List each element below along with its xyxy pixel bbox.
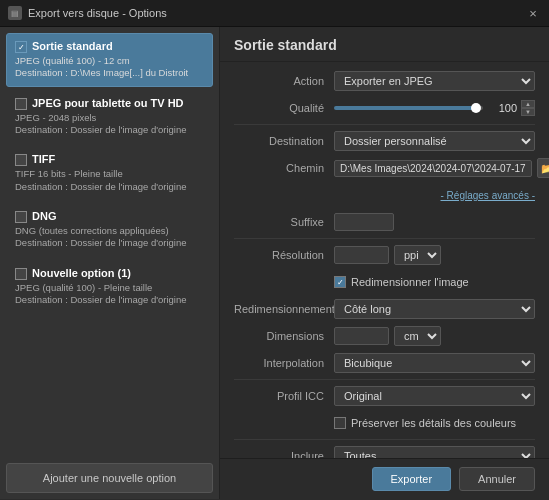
- right-panel-title: Sortie standard: [220, 27, 549, 62]
- option-item-sortie-standard[interactable]: Sortie standardJPEG (qualité 100) - 12 c…: [6, 33, 213, 87]
- qualite-control: 100 ▲ ▼: [334, 100, 535, 116]
- resolution-label: Résolution: [234, 249, 334, 261]
- option-checkbox-jpeg-tablette[interactable]: [15, 98, 27, 110]
- close-button[interactable]: ×: [525, 5, 541, 21]
- chemin-browse-button[interactable]: 📂: [537, 158, 549, 178]
- resize-checkbox-row: Redimensionner l'image: [234, 271, 535, 293]
- option-checkbox-nouvelle-option[interactable]: [15, 268, 27, 280]
- inclure-row: Inclure Toutes: [234, 445, 535, 458]
- action-select[interactable]: Exporter en JPEG: [334, 71, 535, 91]
- dimensions-input[interactable]: 12: [334, 327, 389, 345]
- profil-icc-select[interactable]: Original: [334, 386, 535, 406]
- quality-down[interactable]: ▼: [521, 108, 535, 116]
- option-checkbox-dng[interactable]: [15, 211, 27, 223]
- suffixe-label: Suffixe: [234, 216, 334, 228]
- suffixe-row: Suffixe _DxO: [234, 211, 535, 233]
- suffixe-input[interactable]: _DxO: [334, 213, 394, 231]
- redim-control: Côté long: [334, 299, 535, 319]
- inclure-label: Inclure: [234, 450, 334, 458]
- option-title-tiff: TIFF: [32, 153, 55, 165]
- resize-label: Redimensionner l'image: [351, 276, 469, 288]
- destination-row: Destination Dossier personnalisé: [234, 130, 535, 152]
- profil-icc-label: Profil ICC: [234, 390, 334, 402]
- resize-checkbox-control: Redimensionner l'image: [334, 276, 535, 288]
- chemin-control: D:\Mes Images\2024\2024-07\2024-07-17 📂: [334, 158, 549, 178]
- option-title-sortie-standard: Sortie standard: [32, 40, 113, 52]
- preserve-colors-label: Préserver les détails des couleurs: [351, 417, 516, 429]
- chemin-label: Chemin: [234, 162, 334, 174]
- export-button[interactable]: Exporter: [372, 467, 452, 491]
- resolution-row: Résolution 300 ppi: [234, 244, 535, 266]
- qualite-row: Qualité 100 ▲ ▼: [234, 97, 535, 119]
- form-body: Action Exporter en JPEG Qualité 100 ▲: [220, 62, 549, 458]
- redim-select[interactable]: Côté long: [334, 299, 535, 319]
- preserve-colors-checkbox[interactable]: [334, 417, 346, 429]
- option-item-tiff[interactable]: TIFFTIFF 16 bits - Pleine tailleDestinat…: [6, 146, 213, 200]
- chemin-row: Chemin D:\Mes Images\2024\2024-07\2024-0…: [234, 157, 535, 179]
- option-item-dng[interactable]: DNGDNG (toutes corrections appliquées)De…: [6, 203, 213, 257]
- preserve-colors-row: Préserver les détails des couleurs: [234, 412, 535, 434]
- cancel-button[interactable]: Annuler: [459, 467, 535, 491]
- action-label: Action: [234, 75, 334, 87]
- advanced-link[interactable]: - Réglages avancés -: [334, 190, 535, 201]
- quality-value: 100: [489, 102, 517, 114]
- option-title-dng: DNG: [32, 210, 56, 222]
- option-item-jpeg-tablette[interactable]: JPEG pour tablette ou TV HDJPEG - 2048 p…: [6, 90, 213, 144]
- interpolation-label: Interpolation: [234, 357, 334, 369]
- interpolation-row: Interpolation Bicubique: [234, 352, 535, 374]
- preserve-colors-control: Préserver les détails des couleurs: [334, 417, 535, 429]
- resolution-unit-select[interactable]: ppi: [394, 245, 441, 265]
- quality-slider[interactable]: [334, 106, 483, 110]
- main-layout: Sortie standardJPEG (qualité 100) - 12 c…: [0, 27, 549, 499]
- right-panel: Sortie standard Action Exporter en JPEG …: [220, 27, 549, 499]
- option-title-nouvelle-option: Nouvelle option (1): [32, 267, 131, 279]
- interpolation-control: Bicubique: [334, 353, 535, 373]
- title-bar: ▤ Export vers disque - Options ×: [0, 0, 549, 27]
- left-panel: Sortie standardJPEG (qualité 100) - 12 c…: [0, 27, 220, 499]
- profil-icc-row: Profil ICC Original: [234, 385, 535, 407]
- resolution-input[interactable]: 300: [334, 246, 389, 264]
- dimensions-control: 12 cm: [334, 326, 535, 346]
- resolution-control: 300 ppi: [334, 245, 535, 265]
- dimensions-unit-select[interactable]: cm: [394, 326, 441, 346]
- advanced-row: - Réglages avancés -: [234, 184, 535, 206]
- dimensions-label: Dimensions: [234, 330, 334, 342]
- resize-checkbox[interactable]: [334, 276, 346, 288]
- suffixe-control: _DxO: [334, 213, 535, 231]
- chemin-input[interactable]: D:\Mes Images\2024\2024-07\2024-07-17: [334, 160, 532, 177]
- destination-label: Destination: [234, 135, 334, 147]
- qualite-label: Qualité: [234, 102, 334, 114]
- window-title: Export vers disque - Options: [28, 7, 167, 19]
- footer: Exporter Annuler: [220, 458, 549, 499]
- dimensions-row: Dimensions 12 cm: [234, 325, 535, 347]
- quality-slider-thumb[interactable]: [471, 103, 481, 113]
- destination-control: Dossier personnalisé: [334, 131, 535, 151]
- action-control: Exporter en JPEG: [334, 71, 535, 91]
- options-list: Sortie standardJPEG (qualité 100) - 12 c…: [6, 33, 213, 316]
- profil-icc-control: Original: [334, 386, 535, 406]
- quality-spinner[interactable]: ▲ ▼: [521, 100, 535, 116]
- inclure-control: Toutes: [334, 446, 535, 458]
- redim-label: Redimensionnement: [234, 303, 334, 315]
- option-checkbox-tiff[interactable]: [15, 154, 27, 166]
- quality-up[interactable]: ▲: [521, 100, 535, 108]
- interpolation-select[interactable]: Bicubique: [334, 353, 535, 373]
- inclure-select[interactable]: Toutes: [334, 446, 535, 458]
- option-checkbox-sortie-standard[interactable]: [15, 41, 27, 53]
- option-item-nouvelle-option[interactable]: Nouvelle option (1)JPEG (qualité 100) - …: [6, 260, 213, 314]
- redim-row: Redimensionnement Côté long: [234, 298, 535, 320]
- option-title-jpeg-tablette: JPEG pour tablette ou TV HD: [32, 97, 184, 109]
- action-row: Action Exporter en JPEG: [234, 70, 535, 92]
- add-option-button[interactable]: Ajouter une nouvelle option: [6, 463, 213, 493]
- title-bar-left: ▤ Export vers disque - Options: [8, 6, 167, 20]
- app-icon: ▤: [8, 6, 22, 20]
- destination-select[interactable]: Dossier personnalisé: [334, 131, 535, 151]
